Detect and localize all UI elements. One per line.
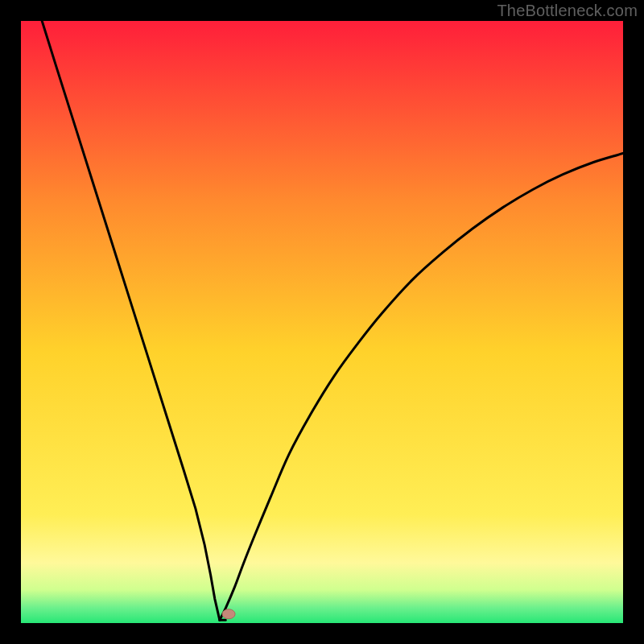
gradient-background <box>21 21 623 623</box>
chart-frame: TheBottleneck.com <box>0 0 644 644</box>
chart-svg <box>21 21 623 623</box>
optimum-marker <box>222 609 235 619</box>
credit-label: TheBottleneck.com <box>497 2 638 20</box>
plot-area <box>21 21 623 623</box>
